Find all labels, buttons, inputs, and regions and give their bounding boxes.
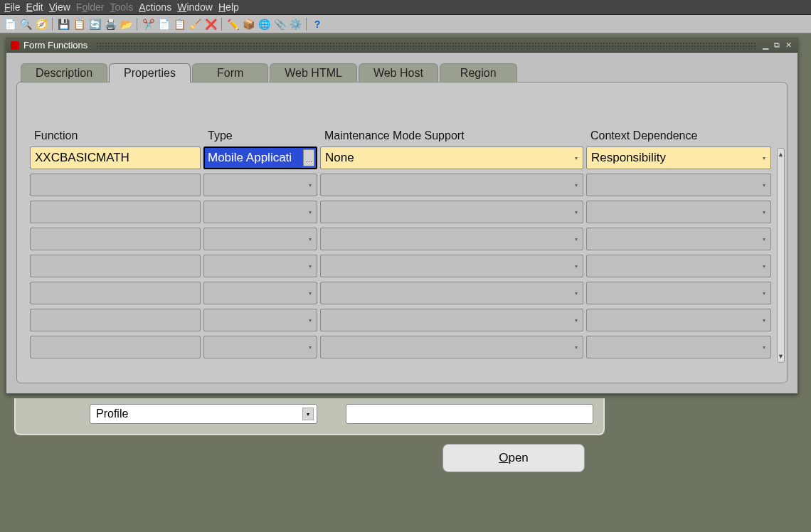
restore-icon[interactable]: ⧉	[772, 41, 782, 50]
menu-folder[interactable]: Folder	[76, 1, 105, 13]
chevron-down-icon[interactable]: ▾	[571, 257, 581, 275]
maint-row3[interactable]: ▾	[320, 228, 583, 250]
maint-row1[interactable]: ▾	[320, 174, 583, 196]
maint-row2[interactable]: ▾	[320, 201, 583, 223]
attach-icon[interactable]: 📎	[272, 17, 287, 31]
maint-row6[interactable]: ▾	[320, 309, 583, 331]
chevron-down-icon[interactable]: ▾	[759, 203, 769, 221]
tab-form[interactable]: Form	[192, 63, 268, 83]
context-row4[interactable]: ▾	[586, 255, 771, 277]
chevron-down-icon[interactable]: ▾	[759, 230, 769, 248]
menu-actions[interactable]: Actions	[139, 1, 171, 13]
close-icon[interactable]: ✕	[783, 41, 793, 50]
translate-icon[interactable]: 📦	[241, 17, 255, 31]
type-row3[interactable]: ▾	[203, 228, 317, 250]
chevron-down-icon[interactable]: ▾	[759, 311, 769, 329]
scroll-down-icon[interactable]: ▼	[778, 353, 784, 360]
chevron-down-icon[interactable]: ▾	[571, 284, 581, 302]
nav-icon[interactable]: 🧭	[34, 17, 48, 31]
tab-webhost[interactable]: Web Host	[359, 63, 438, 83]
chevron-down-icon[interactable]: ▾	[305, 311, 315, 329]
cut-icon[interactable]: ✂️	[141, 17, 155, 31]
chevron-down-icon[interactable]: ▾	[305, 338, 315, 356]
chevron-down-icon[interactable]: ▾	[571, 230, 581, 248]
open-button[interactable]: Open	[442, 444, 585, 472]
function-row5[interactable]	[30, 282, 201, 304]
chevron-down-icon[interactable]: ▾	[759, 176, 769, 194]
function-row6[interactable]	[30, 309, 201, 331]
scroll-up-icon[interactable]: ▲	[778, 151, 784, 158]
menu-file[interactable]: File	[4, 1, 21, 13]
type-row6[interactable]: ▾	[203, 309, 317, 331]
chevron-down-icon[interactable]: ▾	[571, 338, 581, 356]
chevron-down-icon[interactable]: ▾	[305, 203, 315, 221]
menu-tools[interactable]: Tools	[110, 1, 134, 13]
chevron-down-icon[interactable]: ▾	[302, 408, 314, 420]
delete-icon[interactable]: ❌	[203, 17, 218, 31]
context-row3[interactable]: ▾	[586, 228, 771, 250]
chevron-down-icon[interactable]: ▾	[759, 338, 769, 356]
chevron-down-icon[interactable]: ▾	[759, 284, 769, 302]
chevron-down-icon[interactable]: ▾	[305, 284, 315, 302]
chevron-down-icon[interactable]: ▾	[759, 149, 769, 167]
context-row6[interactable]: ▾	[586, 309, 771, 331]
menu-edit[interactable]: Edit	[26, 1, 43, 13]
chevron-down-icon[interactable]: ▾	[759, 257, 769, 275]
chevron-down-icon[interactable]: ▾	[571, 311, 581, 329]
function-row2[interactable]	[30, 201, 201, 223]
maint-row5[interactable]: ▾	[320, 282, 583, 304]
tab-description[interactable]: Description	[21, 63, 107, 83]
oracle-icon	[11, 41, 19, 50]
type-row4[interactable]: ▾	[203, 255, 317, 277]
close-form-icon[interactable]: 📂	[119, 17, 133, 31]
function-row4[interactable]	[30, 255, 201, 277]
chevron-down-icon[interactable]: ▾	[305, 230, 315, 248]
find-icon[interactable]: 🔍	[18, 17, 33, 31]
chevron-down-icon[interactable]: ▾	[305, 257, 315, 275]
chevron-down-icon[interactable]: ▾	[571, 203, 581, 221]
menu-window[interactable]: Window	[177, 1, 213, 13]
type-row7[interactable]: ▾	[203, 336, 317, 358]
type-row1[interactable]: ▾	[203, 174, 317, 196]
globe-icon[interactable]: 🌐	[257, 17, 271, 31]
clear-icon[interactable]: 🧹	[188, 17, 202, 31]
context-row7[interactable]: ▾	[586, 336, 771, 358]
function-row3[interactable]	[30, 228, 201, 250]
lov-icon[interactable]: ⋯	[303, 149, 314, 166]
maint-row0[interactable]: None ▾	[320, 147, 583, 169]
context-row2[interactable]: ▾	[586, 201, 771, 223]
maint-row4[interactable]: ▾	[320, 255, 583, 277]
chevron-down-icon[interactable]: ▾	[305, 176, 315, 194]
context-row1[interactable]: ▾	[586, 174, 771, 196]
edit-icon[interactable]: ✏️	[226, 17, 240, 31]
function-row7[interactable]	[30, 336, 201, 358]
next-step-icon[interactable]: 📋	[72, 17, 86, 31]
folder-tools-icon[interactable]: ⚙️	[288, 17, 302, 31]
tab-properties[interactable]: Properties	[109, 63, 191, 83]
tab-webhtml[interactable]: Web HTML	[270, 63, 357, 83]
maint-row7[interactable]: ▾	[320, 336, 583, 358]
type-row2[interactable]: ▾	[203, 201, 317, 223]
context-row5[interactable]: ▾	[586, 282, 771, 304]
switch-icon[interactable]: 🔄	[88, 17, 102, 31]
new-icon[interactable]: 📄	[3, 17, 17, 31]
menu-help[interactable]: Help	[218, 1, 239, 13]
profile-combo[interactable]: Profile ▾	[90, 404, 317, 424]
navigator-blank-field[interactable]	[346, 404, 593, 424]
save-icon[interactable]: 💾	[56, 17, 70, 31]
help-icon[interactable]: ?	[310, 17, 324, 31]
chevron-down-icon[interactable]: ▾	[571, 176, 581, 194]
copy-icon[interactable]: 📄	[157, 17, 171, 31]
function-row0[interactable]: XXCBASICMATH	[30, 147, 201, 169]
paste-icon[interactable]: 📋	[172, 17, 186, 31]
function-row1[interactable]	[30, 174, 201, 196]
print-icon[interactable]: 🖨️	[103, 17, 117, 31]
type-row5[interactable]: ▾	[203, 282, 317, 304]
context-row0[interactable]: Responsibility ▾	[586, 147, 771, 169]
menu-view[interactable]: View	[49, 1, 70, 13]
type-row0[interactable]: Mobile Applicati ⋯	[203, 147, 317, 169]
vertical-scrollbar[interactable]: ▲ ▼	[777, 148, 785, 363]
chevron-down-icon[interactable]: ▾	[571, 149, 581, 167]
minimize-icon[interactable]: ▁	[760, 41, 770, 50]
tab-region[interactable]: Region	[440, 63, 517, 83]
